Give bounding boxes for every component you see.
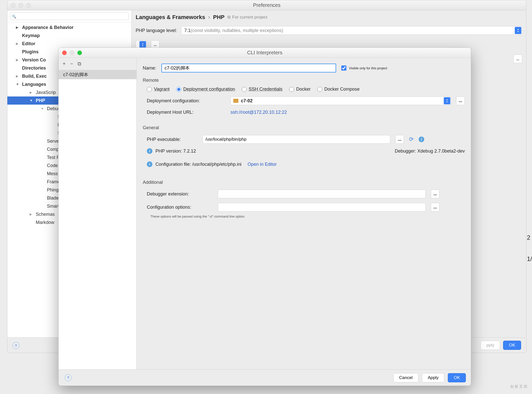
deployment-host-label: Deployment Host URL: [147, 110, 225, 115]
cli-sidebar: + − ⧉ c7-02的脚本 [59, 58, 137, 369]
help-icon: ? [65, 374, 72, 381]
watermark: 创新互联 [510, 384, 528, 389]
cli-body: + − ⧉ c7-02的脚本 Name: Visible only for th… [59, 58, 471, 369]
config-options-input[interactable] [218, 203, 426, 211]
deployment-config-row: Deployment configuration: c7-02 ▲▼ ... [143, 96, 465, 105]
tree-item-label: PHP [36, 98, 45, 103]
debugger-extension-label: Debugger extension: [147, 191, 213, 197]
deployment-host-url[interactable]: ssh://root@172.20.10.12:22 [230, 110, 287, 115]
remote-type-radios: Vagrant Deployment configuration SSH Cre… [143, 87, 465, 92]
cli-help[interactable]: ? [65, 374, 72, 381]
tree-item-label: Languages [22, 82, 46, 87]
breadcrumb: Languages & Frameworks › PHP ⧉ For curre… [136, 14, 522, 21]
search-input[interactable] [10, 12, 129, 20]
copy-icon[interactable]: ⧉ [78, 61, 81, 67]
apply-button[interactable]: pply [481, 341, 500, 350]
reload-icon[interactable]: ⟳ [409, 136, 414, 143]
tree-item-label: Schemas [36, 212, 55, 217]
lang-level-value: 7.1 [184, 28, 191, 33]
deployment-config-browse-button[interactable]: ... [456, 96, 465, 105]
tree-item-label: JavaScrip [36, 90, 56, 95]
php-executable-browse-button[interactable]: ... [395, 135, 404, 144]
debugger-extension-row: Debugger extension: ... [143, 190, 465, 198]
debugger-extension-browse-button[interactable]: ... [431, 190, 439, 198]
debugger-extension-input[interactable] [218, 190, 426, 198]
prefs-help[interactable]: ? [12, 342, 20, 349]
tree-item-label: Blade [47, 195, 59, 201]
server-icon [233, 99, 238, 103]
minimize-icon[interactable] [19, 3, 23, 8]
config-file-label: Configuration file: /usr/local/php/etc/p… [155, 162, 241, 167]
tree-item-label: Markdow [36, 220, 54, 225]
close-icon[interactable] [11, 3, 15, 8]
cli-toolbar: + − ⧉ [59, 58, 136, 70]
prefs-title: Preferences [253, 2, 280, 8]
radio-ssh[interactable]: SSH Credentials [242, 87, 282, 92]
lang-level-select[interactable]: 7.1 (const visibility, nullables, multip… [181, 26, 522, 35]
tree-item-label: Build, Exec [22, 74, 47, 79]
php-executable-input[interactable] [203, 135, 390, 144]
chevron-updown-icon: ▲▼ [515, 27, 521, 34]
tree-item-label: Version Co [22, 57, 46, 63]
name-input[interactable] [161, 63, 336, 73]
visible-checkbox-input[interactable] [341, 65, 346, 71]
tree-item-label: Plugins [22, 49, 39, 55]
apply-button[interactable]: Apply [422, 373, 445, 382]
tree-item-label: Keymap [22, 33, 40, 38]
tree-item-label: Appearance & Behavior [22, 25, 74, 30]
cancel-button[interactable]: Cancel [393, 373, 418, 382]
project-icon: ⧉ [227, 15, 230, 20]
remove-icon[interactable]: − [70, 61, 73, 67]
tree-item-label: Phing [47, 187, 59, 193]
radio-vagrant[interactable]: Vagrant [147, 87, 170, 92]
prefs-titlebar: Preferences [7, 0, 526, 10]
debugger-text: Debugger: Xdebug 2.7.0beta2-dev [395, 149, 465, 154]
deployment-config-select[interactable]: c7-02 ▲▼ [230, 96, 451, 105]
config-options-browse-button[interactable]: ... [431, 203, 439, 211]
breadcrumb-a: Languages & Frameworks [136, 14, 205, 21]
cli-title: CLI Interpreters [247, 50, 282, 56]
tree-item-keymap[interactable]: Keymap [7, 31, 131, 40]
info-icon[interactable]: i [419, 137, 424, 142]
tree-item-label: Test F [47, 155, 59, 160]
cli-button-bar: ? Cancel Apply OK [59, 369, 471, 386]
minimize-icon [70, 51, 74, 55]
cli-list: c7-02的脚本 [59, 70, 136, 369]
disclosure-icon: ▶ [30, 212, 34, 216]
zoom-icon[interactable] [77, 51, 82, 55]
disclosure-icon: ▼ [30, 99, 34, 102]
radio-docker-compose[interactable]: Docker Compose [317, 87, 360, 92]
add-icon[interactable]: + [63, 61, 66, 67]
open-in-editor-link[interactable]: Open in Editor [247, 162, 277, 167]
php-executable-label: PHP executable: [147, 137, 198, 142]
lang-level-label: PHP language level: [136, 28, 177, 33]
cli-traffic-lights [62, 51, 82, 55]
breadcrumb-project-scope: ⧉ For current project [227, 15, 267, 20]
lang-level-row: PHP language level: 7.1 (const visibilit… [136, 26, 522, 35]
general-section-header: General [143, 125, 465, 130]
breadcrumb-sep: › [208, 14, 210, 21]
lang-level-hint: (const visibility, nullables, multiple e… [191, 28, 283, 33]
deployment-config-label: Deployment configuration: [147, 98, 225, 104]
include-path-browse-button[interactable]: ... [513, 55, 522, 63]
visible-label: Visible only for this project [349, 66, 387, 70]
cli-titlebar: CLI Interpreters [59, 48, 471, 58]
disclosure-icon: ▶ [16, 74, 21, 78]
config-options-row: Configuration options: ... [143, 203, 465, 211]
radio-docker[interactable]: Docker [289, 87, 311, 92]
ok-button[interactable]: OK [448, 373, 466, 382]
zoom-icon[interactable] [26, 3, 31, 8]
tree-item-editor[interactable]: ▶Editor [7, 40, 131, 48]
php-version-text: PHP version: 7.2.12 [155, 149, 196, 154]
ok-button[interactable]: OK [503, 341, 521, 350]
php-version-row: i PHP version: 7.2.12 Debugger: Xdebug 2… [143, 148, 465, 154]
chevron-updown-icon: ▲▼ [139, 41, 146, 48]
radio-deployment[interactable]: Deployment configuration [176, 87, 235, 92]
close-icon[interactable] [62, 51, 67, 55]
cli-interpreters-dialog: CLI Interpreters + − ⧉ c7-02的脚本 Name: Vi… [58, 47, 471, 386]
truncated-right-column: 2 1/ [527, 227, 532, 270]
visible-project-checkbox[interactable]: Visible only for this project [341, 65, 387, 71]
disclosure-icon: ▶ [16, 58, 21, 62]
tree-item-appearance-behavior[interactable]: ▶Appearance & Behavior [7, 23, 131, 31]
cli-list-item[interactable]: c7-02的脚本 [59, 70, 136, 79]
